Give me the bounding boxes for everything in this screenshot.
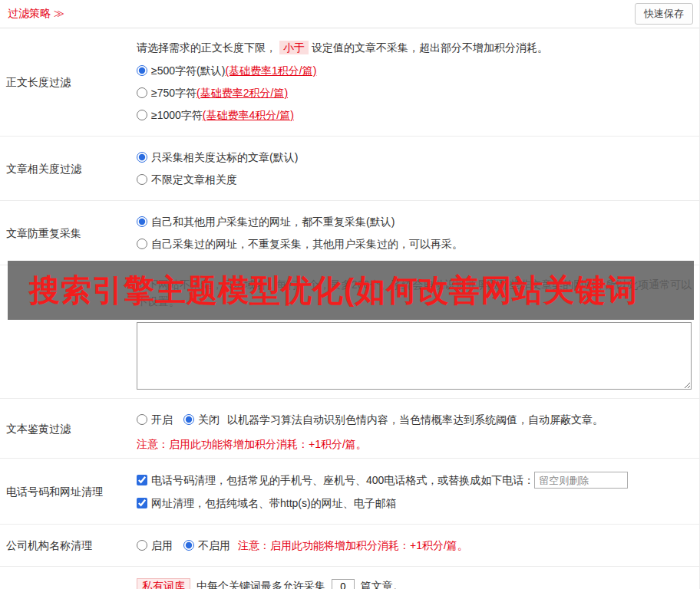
option-label: ≥1000字符	[151, 107, 203, 123]
checkbox-label: 电话号码清理，包括常见的手机号、座机号、400电话格式，或替换成如下电话：	[151, 472, 534, 488]
url-clean-checkbox[interactable]	[137, 498, 147, 508]
url-clean-option: 网址清理，包括纯域名、带http(s)的网址、电子邮箱	[137, 495, 692, 511]
porn-off-option[interactable]: 关闭	[183, 412, 220, 427]
porn-on-radio[interactable]	[137, 414, 147, 425]
length-500-radio[interactable]	[137, 65, 147, 76]
dedupe-global-radio[interactable]	[137, 216, 147, 227]
company-clean-cost-note: 注意：启用此功能将增加积分消耗：+1积分/篇。	[238, 538, 468, 553]
dedupe-self-radio[interactable]	[137, 239, 147, 249]
company-off-option[interactable]: 不启用	[183, 538, 230, 553]
page-title[interactable]: 过滤策略 ≫	[8, 7, 64, 21]
private-lexicon-badge: 私有词库	[137, 578, 190, 589]
row-text-length-filter: 正文长度过滤 请选择需求的正文长度下限，小于设定值的文章不采集，超出部分不增加积…	[0, 28, 699, 137]
option-label: 关闭	[198, 412, 220, 427]
row-porn-filter: 文本鉴黄过滤 开启 关闭 以机器学习算法自动识别色情内容，当色情概率达到系统阈值…	[0, 399, 699, 459]
length-option-500[interactable]: ≥500字符(默认) (基础费率1积分/篇)	[137, 63, 692, 78]
relevance-any-radio[interactable]	[137, 174, 147, 185]
row-label: 电话号码和网址清理	[0, 459, 137, 524]
row-keyword-dedupe: 关键词防重复采集 私有词库 中每个关键词最多允许采集 篇文章。 如果留空或设为0…	[0, 567, 699, 589]
porn-off-radio[interactable]	[183, 414, 194, 425]
row-relevance-filter: 文章相关度过滤 只采集相关度达标的文章(默认) 不限定文章相关度	[0, 137, 699, 201]
option-fee-note: (基础费率2积分/篇)	[196, 85, 288, 100]
option-label: 不启用	[198, 538, 230, 553]
option-fee-note: (基础费率4积分/篇)	[203, 107, 294, 123]
row-label: 关键词防重复采集	[0, 567, 137, 589]
checkbox-label: 网址清理，包括纯域名、带http(s)的网址、电子邮箱	[151, 495, 397, 511]
porn-filter-cost-note: 注意：启用此功能将增加积分消耗：+1积分/篇。	[137, 436, 692, 452]
keyword-limit-input[interactable]	[332, 579, 355, 589]
replacement-phone-input[interactable]	[534, 472, 628, 489]
company-on-option[interactable]: 启用	[137, 538, 173, 553]
quick-save-button[interactable]: 快速保存	[635, 3, 693, 25]
dedupe-option-self[interactable]: 自己采集过的网址，不重复采集，其他用户采集过的，可以再采。	[137, 236, 692, 252]
dedupe-option-global[interactable]: 自己和其他用户采集过的网址，都不重复采集(默认)	[137, 214, 692, 229]
company-off-radio[interactable]	[183, 540, 194, 551]
limit-text: 中每个关键词最多允许采集	[196, 580, 325, 589]
porn-filter-options: 开启 关闭 以机器学习算法自动识别色情内容，当色情概率达到系统阈值，自动屏蔽文章…	[137, 412, 692, 427]
row-company-clean: 公司机构名称清理 启用 不启用 注意：启用此功能将增加积分消耗：+1积分/篇。	[0, 525, 699, 567]
phone-clean-option: 电话号码清理，包括常见的手机号、座机号、400电话格式，或替换成如下电话：	[137, 472, 692, 489]
option-fee-note: (基础费率1积分/篇)	[225, 63, 316, 78]
option-label: 启用	[151, 538, 173, 553]
company-clean-options: 启用 不启用 注意：启用此功能将增加积分消耗：+1积分/篇。	[137, 538, 692, 553]
length-option-1000[interactable]: ≥1000字符 (基础费率4积分/篇)	[137, 107, 692, 123]
limit-text-end: 篇文章。	[361, 580, 404, 589]
keyword-limit-line: 私有词库 中每个关键词最多允许采集 篇文章。	[137, 577, 692, 589]
option-label: 自己采集过的网址，不重复采集，其他用户采集过的，可以再采。	[151, 236, 463, 252]
length-option-750[interactable]: ≥750字符 (基础费率2积分/篇)	[137, 85, 692, 100]
row-label: 文章防重复采集	[0, 201, 137, 265]
intro-pre: 请选择需求的正文长度下限，	[137, 41, 276, 54]
text-length-intro: 请选择需求的正文长度下限，小于设定值的文章不采集，超出部分不增加积分消耗。	[137, 39, 692, 56]
relevance-option-strict[interactable]: 只采集相关度达标的文章(默认)	[137, 150, 692, 165]
porn-on-option[interactable]: 开启	[137, 412, 173, 427]
porn-filter-description: 以机器学习算法自动识别色情内容，当色情概率达到系统阈值，自动屏蔽文章。	[227, 412, 603, 427]
phone-clean-checkbox[interactable]	[137, 475, 147, 485]
top-bar: 过滤策略 ≫ 快速保存	[0, 0, 699, 28]
blacklist-textarea[interactable]	[137, 322, 692, 390]
row-label: 正文长度过滤	[0, 28, 137, 136]
intro-post: 设定值的文章不采集，超出部分不增加积分消耗。	[312, 41, 548, 54]
relevance-option-any[interactable]: 不限定文章相关度	[137, 172, 692, 187]
length-1000-radio[interactable]	[137, 110, 147, 120]
row-label: 公司机构名称清理	[0, 525, 137, 566]
intro-highlight: 小于	[279, 41, 309, 54]
watermark-overlay: 搜索引擎主题模型优化(如何改善网站关键词	[8, 261, 694, 320]
option-label: 自己和其他用户采集过的网址，都不重复采集(默认)	[151, 214, 395, 229]
row-label: 文章相关度过滤	[0, 137, 137, 200]
row-phone-url-clean: 电话号码和网址清理 电话号码清理，包括常见的手机号、座机号、400电话格式，或替…	[0, 459, 699, 525]
option-label: 不限定文章相关度	[151, 172, 237, 187]
option-label: ≥750字符	[151, 85, 196, 100]
relevance-strict-radio[interactable]	[137, 152, 147, 163]
option-label: 开启	[151, 412, 173, 427]
watermark-text: 搜索引擎主题模型优化(如何改善网站关键词	[29, 269, 638, 311]
option-label: ≥500字符(默认)	[151, 63, 225, 78]
row-label: 文本鉴黄过滤	[0, 399, 137, 458]
length-750-radio[interactable]	[137, 87, 147, 98]
filter-strategy-page: 过滤策略 ≫ 快速保存 正文长度过滤 请选择需求的正文长度下限，小于设定值的文章…	[0, 0, 700, 589]
company-on-radio[interactable]	[137, 540, 147, 551]
row-dedupe-collection: 文章防重复采集 自己和其他用户采集过的网址，都不重复采集(默认) 自己采集过的网…	[0, 201, 699, 265]
option-label: 只采集相关度达标的文章(默认)	[151, 150, 298, 165]
